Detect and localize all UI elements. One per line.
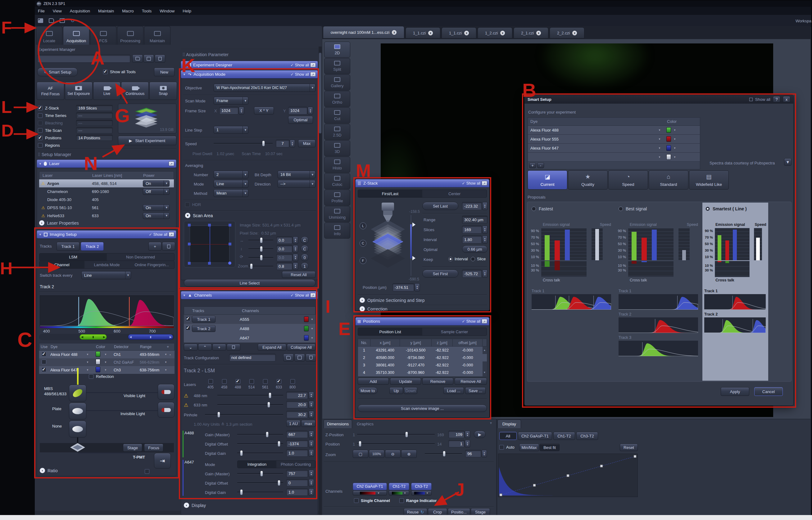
save-experiment-button[interactable] — [144, 55, 154, 63]
channels-header[interactable]: ▼▲Channels ✓Show all↗ — [181, 291, 318, 300]
a647-dgain-slider[interactable] — [237, 488, 283, 496]
menu-view[interactable]: View — [53, 9, 62, 14]
z-stack-checkbox[interactable] — [38, 106, 43, 110]
smart-dye-row[interactable]: Alexa Fluor 555▼▼ — [528, 135, 700, 144]
display-ch2-button[interactable]: Ch2 GaAsP-T1 — [518, 432, 552, 440]
collapse-all-button[interactable]: Collapse All — [287, 344, 316, 350]
spectra-dropdown[interactable]: ▼ — [784, 158, 791, 166]
a488-gain-input[interactable]: 667 — [286, 431, 308, 438]
display-ch3-button[interactable]: Ch3-T2 — [576, 432, 598, 440]
visible-light-icon[interactable] — [158, 384, 174, 399]
imaging-setup-header[interactable]: ▼Imaging Setup ✓Show all↗ — [36, 230, 176, 239]
best-signal-radio[interactable] — [619, 207, 623, 211]
menu-help[interactable]: Help — [182, 9, 191, 14]
delete-experiment-button[interactable] — [155, 55, 165, 63]
menu-tools[interactable]: Tools — [142, 9, 152, 14]
laser-properties-expander[interactable]: ◗Laser Properties — [39, 220, 79, 226]
view-tool-gallery[interactable]: Gallery — [324, 75, 350, 90]
set-exposure-button[interactable]: Set Exposure — [65, 82, 93, 100]
proposal-fastest[interactable]: Fastest Emission signalSpeed 90 %70 %50 … — [528, 203, 615, 381]
snap-button[interactable]: Snap — [149, 82, 177, 100]
ch3-button[interactable]: Ch3-T2 ▼ — [411, 483, 432, 495]
mode-speed-button[interactable]: ◔Speed — [608, 170, 648, 189]
v-offset-input[interactable]: 0.0 — [276, 245, 293, 253]
save-config-button[interactable] — [294, 354, 305, 361]
close-icon[interactable]: x — [392, 30, 396, 35]
menu-window[interactable]: Window — [159, 9, 174, 14]
track1-row[interactable]: Track 1 A555 ▼ — [184, 315, 316, 324]
continuous-button[interactable]: Continuous — [121, 82, 149, 100]
display-expander[interactable]: ◗Display — [184, 503, 206, 508]
apply-button[interactable]: Apply — [721, 387, 749, 396]
xy-button[interactable]: X * Y — [254, 107, 274, 114]
laser-800-checkbox[interactable]: 800 — [289, 379, 296, 389]
range-indicator-toggle[interactable]: Range Indicator — [399, 498, 437, 503]
one-au-button[interactable]: 1 AU — [286, 420, 301, 427]
view-tool-info[interactable]: Info — [324, 223, 350, 239]
reflection-toggle[interactable]: Reflection — [89, 374, 114, 379]
view-tool-2d[interactable]: 2D — [324, 42, 350, 58]
center-tab[interactable]: Center — [422, 190, 487, 197]
a647-gain-slider[interactable] — [237, 470, 283, 477]
avg-mode-dropdown[interactable]: Line▼ — [214, 180, 248, 188]
up-button[interactable]: Up — [389, 387, 403, 394]
zoom-level-input[interactable]: 96 — [465, 450, 481, 457]
dimensions-tab[interactable]: Dimensions — [324, 419, 352, 428]
mode-widefield-button[interactable]: ▤Widefield Like — [689, 170, 729, 189]
position-input[interactable]: -374.51 — [393, 283, 414, 291]
last-marker[interactable]: L — [360, 223, 366, 229]
rotation-slider[interactable] — [248, 254, 273, 261]
line-step-dropdown[interactable]: 1▼ — [214, 126, 248, 134]
frame-y-spinner[interactable]: ▲▼ — [308, 107, 313, 114]
minmax-button[interactable]: Min/Max — [519, 444, 539, 451]
laser-row-chameleon[interactable]: Chameleon 690-1080 Off▼ — [39, 187, 174, 196]
document-tab-active[interactable]: overnight nacl 100mM 1...ess.czix — [323, 26, 404, 38]
move-to-button[interactable]: Move to — [358, 387, 377, 394]
add-dye-button[interactable]: + — [529, 162, 536, 168]
focus-button[interactable]: Focus — [144, 444, 163, 452]
auto-toggle[interactable]: Auto — [499, 445, 515, 449]
view-tool-cut[interactable]: Cut — [324, 107, 350, 124]
down-button[interactable]: Down — [404, 387, 417, 394]
menu-maintain[interactable]: Maintain — [98, 9, 114, 14]
open-folder-icon[interactable] — [49, 18, 54, 23]
reset-all-button[interactable]: Reset All — [282, 271, 316, 278]
laser-633-checkbox[interactable]: 633 — [276, 379, 282, 389]
close-icon[interactable]: x — [536, 31, 541, 35]
expand-all-button[interactable]: Expand All — [258, 344, 286, 350]
first-arrow[interactable] — [412, 256, 416, 260]
close-icon[interactable]: x — [500, 31, 505, 35]
view-tool-3d[interactable]: 3D — [324, 140, 350, 156]
laser-458-checkbox[interactable]: 458 — [221, 379, 227, 389]
popout-icon[interactable]: ↗ — [169, 161, 174, 166]
position-slider[interactable] — [357, 440, 435, 447]
mode-standard-button[interactable]: ⌂Standard — [649, 170, 688, 189]
remove-dye-button[interactable]: - — [537, 162, 544, 168]
dock-icon[interactable] — [749, 98, 753, 101]
zoom-in-button[interactable]: ⊕ — [401, 450, 417, 458]
add-position-button[interactable]: Add — [358, 378, 389, 385]
remove-all-button[interactable]: Remove All — [454, 378, 487, 385]
track2-a647-row[interactable]: A647 ▼ — [184, 333, 316, 342]
objective-dropdown[interactable]: W Plan-Apochromat 20x/1.0 Korr DIC M27▼ — [214, 84, 316, 92]
fastest-radio[interactable] — [532, 207, 536, 211]
smart-dye-row[interactable]: Alexa Fluor 488▼▼ — [528, 126, 700, 135]
ch1-button[interactable]: Ch1-T2 ▼ — [389, 483, 409, 495]
track2-button[interactable]: Track 2 — [81, 242, 104, 251]
reuse-button[interactable]: Reuse↻ — [404, 508, 427, 516]
zoom-slider[interactable] — [248, 262, 273, 270]
document-tab[interactable]: 1_2.czix — [477, 27, 512, 38]
remove-position-button[interactable]: Remove — [422, 378, 453, 385]
z-stack-header[interactable]: ☰Z-Stack ✓Show all↗ — [355, 179, 489, 187]
smart-setup-titlebar[interactable]: Smart Setup Show all ? x — [524, 95, 793, 104]
frame-y-input[interactable]: 1024 — [288, 107, 307, 114]
tab-maintain[interactable]: Maintain — [144, 26, 170, 45]
position-input[interactable]: 1 — [448, 440, 465, 447]
a647-offset-input[interactable]: 0 — [286, 479, 308, 487]
speed-input[interactable]: 7 — [276, 139, 289, 147]
crop-button[interactable]: Crop — [428, 508, 447, 516]
view-tool-ortho[interactable]: Ortho — [324, 91, 350, 107]
ch3-range-slider[interactable]: ◀▮▶ — [128, 334, 173, 340]
z-position-input[interactable]: 109 — [448, 431, 465, 438]
bestfit-button[interactable]: Best fit — [540, 444, 560, 451]
